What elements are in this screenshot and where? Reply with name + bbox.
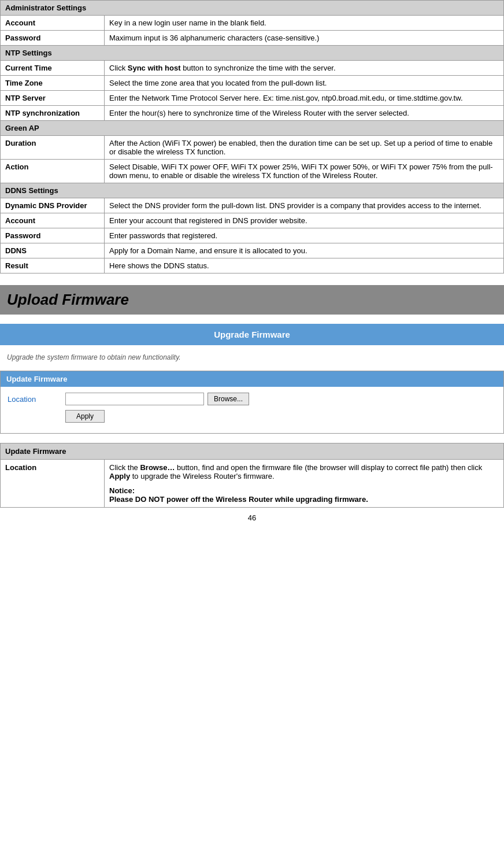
admin-settings-table: Administrator Settings Account Key in a …: [0, 0, 504, 273]
location-row: Location Browse...: [8, 393, 496, 405]
green-ap-header: Green AP: [1, 121, 504, 136]
password-label: Password: [1, 31, 105, 46]
desc-table: Update Firmware Location Click the Brows…: [0, 443, 504, 508]
result-value: Here shows the DDNS status.: [105, 258, 504, 273]
account-value: Key in a new login user name in the blan…: [105, 16, 504, 31]
admin-settings-header: Administrator Settings: [1, 1, 504, 16]
upgrade-description: Upgrade the system firmware to obtain ne…: [0, 353, 504, 371]
location-desc-text: Click the Browse… button, find and open …: [109, 463, 499, 480]
ntp-settings-header: NTP Settings: [1, 46, 504, 61]
ntp-server-label: NTP Server: [1, 91, 105, 106]
password-value: Maximum input is 36 alphanumeric charact…: [105, 31, 504, 46]
duration-label: Duration: [1, 136, 105, 160]
duration-value: After the Action (WiFi TX power) be enab…: [105, 136, 504, 160]
location-input[interactable]: [65, 393, 204, 405]
password2-value: Enter passwords that registered.: [105, 228, 504, 243]
upload-firmware-heading: Upload Firmware: [0, 285, 504, 315]
account2-value: Enter your account that registered in DN…: [105, 213, 504, 228]
action-value: Select Disable, WiFi TX power OFF, WiFi …: [105, 160, 504, 183]
location-desc-value: Click the Browse… button, find and open …: [105, 460, 504, 508]
ddns-value: Apply for a Domain Name, and ensure it i…: [105, 243, 504, 258]
apply-button[interactable]: Apply: [65, 410, 105, 423]
ddns-settings-header: DDNS Settings: [1, 183, 504, 198]
current-time-value: Click Sync with host button to synchroni…: [105, 61, 504, 76]
time-zone-label: Time Zone: [1, 76, 105, 91]
notice-text: Notice: Please DO NOT power off the Wire…: [109, 486, 499, 504]
update-firmware-header: Update Firmware: [1, 371, 503, 387]
action-label: Action: [1, 160, 105, 183]
location-form-label: Location: [8, 395, 65, 404]
result-label: Result: [1, 258, 105, 273]
account-label: Account: [1, 16, 105, 31]
update-firmware-box: Update Firmware Location Browse... Apply: [0, 371, 504, 434]
dynamic-dns-value: Select the DNS provider form the pull-do…: [105, 198, 504, 213]
browse-button[interactable]: Browse...: [207, 393, 249, 405]
notice-title: Notice:: [109, 486, 499, 495]
account2-label: Account: [1, 213, 105, 228]
notice-body: Please DO NOT power off the Wireless Rou…: [109, 495, 499, 504]
desc-table-header: Update Firmware: [1, 443, 504, 460]
ddns-label: DDNS: [1, 243, 105, 258]
update-firmware-body: Location Browse... Apply: [1, 387, 503, 433]
current-time-label: Current Time: [1, 61, 105, 76]
ntp-sync-value: Enter the hour(s) here to synchronize ti…: [105, 106, 504, 121]
time-zone-value: Select the time zone area that you locat…: [105, 76, 504, 91]
dynamic-dns-label: Dynamic DNS Provider: [1, 198, 105, 213]
location-desc-label: Location: [1, 460, 105, 508]
ntp-server-value: Enter the Network Time Protocol Server h…: [105, 91, 504, 106]
apply-row: Apply: [8, 410, 496, 423]
upgrade-firmware-banner: Upgrade Firmware: [0, 324, 504, 345]
page-number: 46: [0, 508, 504, 528]
ntp-sync-label: NTP synchronization: [1, 106, 105, 121]
password2-label: Password: [1, 228, 105, 243]
